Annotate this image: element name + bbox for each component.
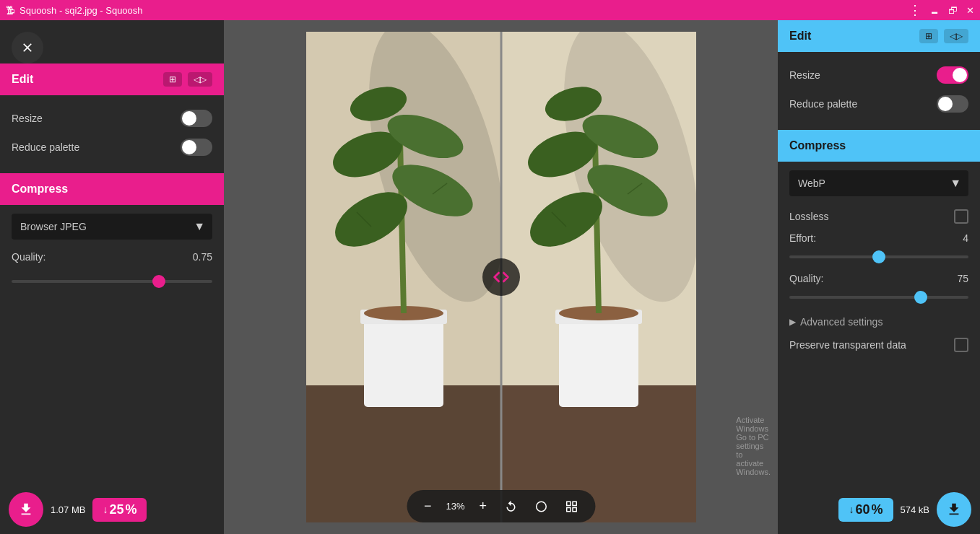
- left-edit-header: Edit ⊞ ◁▷: [0, 64, 224, 95]
- left-format-select-wrapper: Browser JPEG WebP AVIF PNG ▼: [12, 214, 212, 240]
- right-format-select-wrapper: WebP Browser JPEG AVIF PNG ▼: [789, 170, 968, 196]
- right-lossless-row: Lossless: [789, 205, 968, 228]
- right-edit-code-btn[interactable]: ⊞: [919, 29, 938, 43]
- left-format-select[interactable]: Browser JPEG WebP AVIF PNG: [12, 214, 212, 240]
- left-compress-section: Compress Browser JPEG WebP AVIF PNG ▼ Qu…: [0, 173, 224, 303]
- zoom-value: 13: [446, 501, 456, 512]
- left-resize-toggle[interactable]: [181, 110, 212, 127]
- svg-rect-31: [566, 507, 570, 511]
- titlebar: 🗜 Squoosh - sqi2.jpg - Squoosh ⋮ 🗕 🗗 ✕: [0, 0, 980, 20]
- right-quality-value: 75: [957, 273, 968, 284]
- titlebar-close[interactable]: ✕: [966, 5, 974, 16]
- left-reduce-palette-toggle[interactable]: [181, 139, 212, 156]
- svg-rect-30: [573, 502, 576, 505]
- app-icon: 🗜: [6, 5, 15, 16]
- left-percent-symbol: %: [125, 502, 136, 517]
- svg-rect-32: [573, 507, 576, 511]
- left-percent-down-arrow: ↓: [103, 504, 108, 515]
- right-quality-slider[interactable]: [789, 296, 968, 299]
- titlebar-minimize[interactable]: 🗕: [930, 5, 940, 16]
- right-preserve-checkbox[interactable]: [954, 338, 968, 352]
- svg-rect-29: [566, 502, 570, 505]
- left-compress-options: Browser JPEG WebP AVIF PNG ▼ Quality: 0.…: [0, 205, 224, 303]
- left-quality-value: 0.75: [193, 251, 212, 263]
- right-resize-label: Resize: [789, 69, 820, 81]
- zoom-out-button[interactable]: −: [418, 496, 438, 517]
- canvas-area[interactable]: − 13% +: [224, 20, 778, 534]
- right-advanced-row[interactable]: ▶ Advanced settings: [789, 310, 968, 333]
- right-resize-row: Resize: [789, 61, 968, 89]
- svg-rect-3: [364, 313, 443, 407]
- left-panel: Edit ⊞ ◁▷ Resize Reduce palette: [0, 20, 224, 534]
- right-download-button[interactable]: [937, 492, 971, 527]
- right-lossless-checkbox[interactable]: [954, 209, 968, 224]
- right-bottom-bar: ↓ 60 % 574 kB: [778, 485, 980, 534]
- left-file-size: 1.07 MB: [51, 504, 85, 515]
- left-quality-row: Quality: 0.75: [12, 248, 212, 268]
- right-format-select[interactable]: WebP Browser JPEG AVIF PNG: [789, 170, 968, 196]
- right-file-size: 574 kB: [901, 504, 929, 515]
- left-quality-slider-wrapper: [12, 273, 212, 286]
- left-resize-row: Resize: [12, 104, 212, 133]
- zoom-in-button[interactable]: +: [474, 496, 493, 517]
- image-left-half: [306, 32, 501, 522]
- left-download-button[interactable]: [9, 492, 43, 527]
- compare-icon: [491, 267, 511, 287]
- fit-button[interactable]: [529, 497, 553, 516]
- close-button[interactable]: [12, 32, 43, 64]
- left-bottom-bar: 1.07 MB ↓ 25 %: [0, 485, 224, 534]
- right-effort-slider-wrapper: [789, 248, 968, 261]
- zoom-level: 13%: [443, 501, 467, 512]
- right-effort-row: Effort: 4: [789, 228, 968, 248]
- left-compress-header: Compress: [0, 173, 224, 205]
- titlebar-maximize[interactable]: 🗗: [948, 5, 958, 16]
- right-quality-slider-wrapper: [789, 289, 968, 302]
- left-edit-title: Edit: [12, 73, 33, 86]
- left-percent-badge: ↓ 25 %: [92, 498, 147, 522]
- right-compress-header: Compress: [778, 130, 980, 162]
- left-quality-label: Quality:: [12, 251, 45, 263]
- left-percent-value: 25: [109, 502, 123, 517]
- right-lossless-label: Lossless: [789, 211, 828, 222]
- right-edit-compare-btn[interactable]: ◁▷: [944, 29, 968, 43]
- titlebar-menu-button[interactable]: ⋮: [909, 2, 922, 18]
- image-right-half: [501, 32, 696, 522]
- right-download-icon: [946, 502, 962, 517]
- titlebar-title: 🗜 Squoosh - sqi2.jpg - Squoosh: [6, 5, 143, 16]
- right-edit-title: Edit: [789, 30, 811, 43]
- fullscreen-button[interactable]: [559, 497, 584, 516]
- rotate-icon: [504, 500, 517, 513]
- left-edit-compare-btn[interactable]: ◁▷: [188, 72, 212, 87]
- right-percent-symbol: %: [872, 502, 883, 517]
- left-resize-label: Resize: [12, 113, 43, 124]
- right-percent-badge: ↓ 60 %: [838, 498, 893, 522]
- svg-rect-17: [559, 313, 638, 407]
- plant-svg-right: [501, 32, 696, 522]
- right-reduce-palette-toggle[interactable]: [937, 95, 968, 113]
- left-edit-code-btn[interactable]: ⊞: [163, 72, 182, 87]
- fit-icon: [534, 500, 547, 513]
- left-reduce-palette-label: Reduce palette: [12, 141, 79, 153]
- right-effort-slider[interactable]: [789, 255, 968, 258]
- image-container: [306, 32, 696, 522]
- right-effort-label: Effort:: [789, 232, 816, 244]
- rotate-button[interactable]: [498, 497, 523, 516]
- main-layout: Edit ⊞ ◁▷ Resize Reduce palette: [0, 20, 980, 534]
- right-preserve-row: Preserve transparent data: [789, 333, 968, 356]
- plant-svg-left: [306, 32, 501, 522]
- window-title: Squoosh - sqi2.jpg - Squoosh: [19, 5, 143, 16]
- right-compress-options: WebP Browser JPEG AVIF PNG ▼ Lossless Ef…: [778, 162, 980, 365]
- right-edit-options: Resize Reduce palette: [778, 52, 980, 127]
- compare-button[interactable]: [482, 258, 520, 296]
- right-preserve-label: Preserve transparent data: [789, 339, 906, 351]
- right-advanced-label: Advanced settings: [800, 316, 883, 328]
- left-compress-title: Compress: [12, 183, 68, 196]
- right-advanced-arrow-icon: ▶: [789, 317, 796, 327]
- left-quality-slider[interactable]: [12, 280, 212, 283]
- right-resize-toggle[interactable]: [937, 66, 968, 84]
- zoom-unit: %: [456, 501, 465, 512]
- right-effort-value: 4: [963, 232, 968, 244]
- left-edit-options: Resize Reduce palette: [0, 95, 224, 170]
- svg-point-28: [536, 502, 546, 512]
- zoom-toolbar: − 13% +: [407, 490, 595, 522]
